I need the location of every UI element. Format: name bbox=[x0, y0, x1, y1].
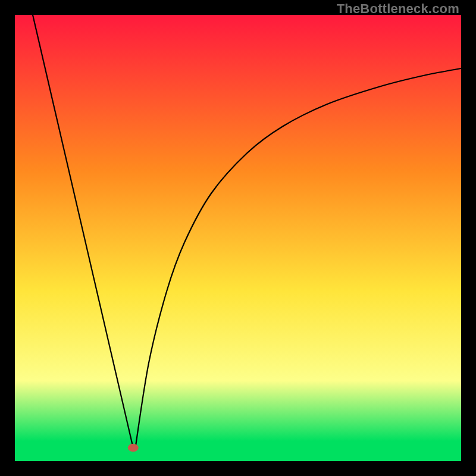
watermark-text: TheBottleneck.com bbox=[337, 1, 459, 17]
gradient-background bbox=[15, 15, 461, 461]
chart-frame bbox=[15, 15, 461, 461]
bottleneck-chart bbox=[15, 15, 461, 461]
minimum-marker bbox=[128, 444, 139, 452]
